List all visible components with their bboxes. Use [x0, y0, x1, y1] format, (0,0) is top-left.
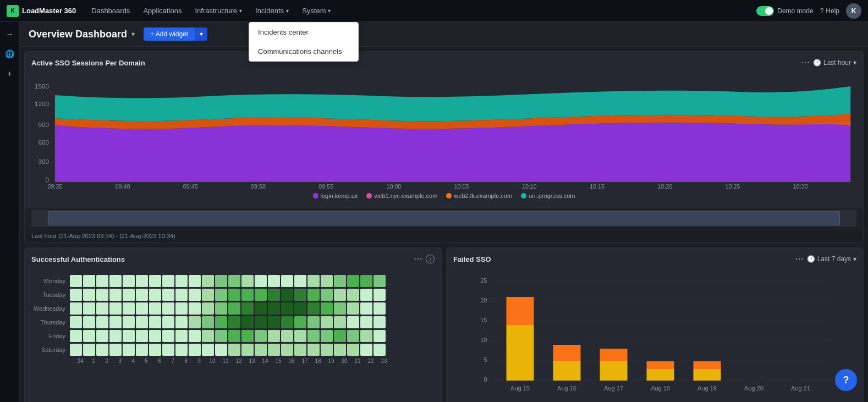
heatmap-cell — [294, 330, 306, 342]
auth-info-icon[interactable]: i — [426, 255, 435, 263]
sso-widget-menu[interactable]: ⋯ — [798, 57, 813, 68]
heatmap-cell — [189, 316, 201, 328]
heatmap-cell — [347, 344, 359, 356]
sidebar-arrow-icon[interactable]: → — [2, 26, 18, 42]
failed-sso-menu[interactable]: ⋯ — [792, 254, 807, 265]
heatmap-cell — [189, 344, 201, 356]
range-thumb[interactable] — [48, 211, 840, 225]
heatmap-cell — [175, 289, 188, 301]
heatmap-cell — [162, 316, 174, 328]
heatmap-hour-label: 2 — [101, 358, 113, 364]
heatmap-cell — [321, 316, 333, 328]
heatmap-cell — [321, 302, 333, 315]
heatmap-day-label: Wednesday — [31, 305, 70, 312]
heatmap-cell — [136, 289, 148, 301]
legend-dot-teal — [521, 193, 526, 199]
heatmap-cell — [334, 302, 346, 315]
heatmap-day-label: Monday — [31, 278, 70, 284]
heatmap-hour-label: 17 — [299, 358, 311, 364]
heatmap-cell — [189, 275, 201, 287]
bar-aug15-failed — [507, 325, 534, 381]
heatmap-cell — [70, 289, 82, 301]
topnav: K LoadMaster 360 Dashboards Applications… — [0, 0, 868, 22]
heatmap-cell — [268, 302, 280, 315]
heatmap-hour-label: 5 — [140, 358, 152, 364]
heatmap-cell — [321, 344, 333, 356]
heatmap-day-label: Friday — [31, 333, 70, 339]
sidebar-globe-icon[interactable]: 🌐 — [2, 46, 18, 62]
incidents-dropdown: Incidents center Communications channels — [249, 22, 359, 62]
chevron-down-icon[interactable]: ▾ — [131, 30, 135, 38]
heatmap-cell — [360, 316, 372, 328]
heatmap-cell — [175, 302, 188, 315]
add-widget-button[interactable]: + Add widget ▾ — [144, 27, 207, 41]
heatmap-hour-label: 24 — [74, 358, 86, 364]
heatmap-hour-label: 14 — [259, 358, 271, 364]
add-widget-dropdown-arrow[interactable]: ▾ — [195, 27, 207, 41]
heatmap-cell — [255, 344, 267, 356]
heatmap-cell — [241, 316, 254, 328]
heatmap-cell — [96, 316, 108, 328]
chevron-down-icon: ▾ — [239, 8, 242, 14]
nav-system[interactable]: System ▾ — [295, 0, 337, 22]
heatmap-cell — [360, 275, 372, 287]
toggle-pill[interactable] — [756, 6, 774, 16]
help-fab[interactable]: ? — [835, 369, 857, 391]
heatmap-cell — [109, 330, 122, 342]
heatmap-cell — [215, 330, 227, 342]
failed-sso-title: Failed SSO — [453, 255, 792, 263]
auth-widget: Successful Authentications ⋯ i MondayTue… — [24, 247, 442, 402]
heatmap-cell — [189, 289, 201, 301]
clock-icon: 🕐 — [813, 59, 821, 67]
heatmap-hour-label: 15 — [272, 358, 284, 364]
heatmap-row: Saturday — [31, 344, 435, 356]
sso-chart-container: 1500 1200 900 600 300 0 — [25, 74, 863, 208]
heatmap-cell — [149, 344, 161, 356]
help-button-nav[interactable]: ? Help — [820, 7, 839, 15]
heatmap-cell — [228, 344, 240, 356]
heatmap-cell — [109, 302, 122, 315]
nav-applications[interactable]: Applications — [136, 0, 188, 22]
failed-sso-time[interactable]: 🕐 Last 7 days ▾ — [807, 255, 856, 263]
auth-widget-title: Successful Authentications — [31, 255, 410, 263]
sso-time-label: Last hour — [823, 59, 851, 67]
heatmap-cell — [162, 344, 174, 356]
heatmap-cell — [268, 344, 280, 356]
nav-infrastructure[interactable]: Infrastructure ▾ — [188, 0, 249, 22]
heatmap-cell — [123, 302, 135, 315]
heatmap-cell — [360, 289, 372, 301]
communications-channels-item[interactable]: Communications channels — [249, 42, 358, 61]
add-widget-main[interactable]: + Add widget — [144, 27, 195, 41]
heatmap-cell — [241, 344, 254, 356]
sso-time-selector[interactable]: 🕐 Last hour ▾ — [813, 59, 856, 67]
bar-aug18-timeout — [647, 361, 674, 369]
heatmap-cell — [321, 289, 333, 301]
heatmap-cell — [228, 316, 240, 328]
sidebar-plus-icon[interactable]: + — [2, 66, 18, 81]
user-avatar[interactable]: K — [846, 3, 861, 19]
heatmap-cell — [268, 275, 280, 287]
demo-mode-toggle[interactable]: Demo mode — [756, 6, 813, 16]
heatmap-cell — [294, 344, 306, 356]
sso-sessions-widget: Active SSO Sessions Per Domain ⋯ 🕐 Last … — [24, 51, 864, 243]
heatmap-cell — [294, 316, 306, 328]
svg-text:10:20: 10:20 — [657, 184, 672, 189]
auth-widget-menu[interactable]: ⋯ — [410, 254, 426, 265]
bar-aug16-failed — [553, 361, 581, 381]
heatmap-row: Friday — [31, 330, 435, 342]
svg-text:900: 900 — [39, 122, 50, 128]
heatmap-hour-label: 9 — [193, 358, 205, 364]
range-slider[interactable] — [25, 208, 863, 229]
sso-area-chart: 1500 1200 900 600 300 0 — [31, 79, 856, 189]
incidents-center-item[interactable]: Incidents center — [249, 23, 358, 42]
bar-aug19-failed — [694, 369, 721, 381]
heatmap-cell — [189, 330, 201, 342]
heatmap-cell — [307, 289, 320, 301]
heatmap-cell — [83, 316, 95, 328]
svg-text:20: 20 — [480, 297, 487, 304]
bar-aug19-timeout — [694, 361, 721, 369]
range-track[interactable] — [31, 210, 856, 227]
heatmap-cell — [334, 275, 346, 287]
nav-dashboards[interactable]: Dashboards — [85, 0, 136, 22]
nav-incidents[interactable]: Incidents ▾ Incidents center Communicati… — [249, 0, 295, 22]
